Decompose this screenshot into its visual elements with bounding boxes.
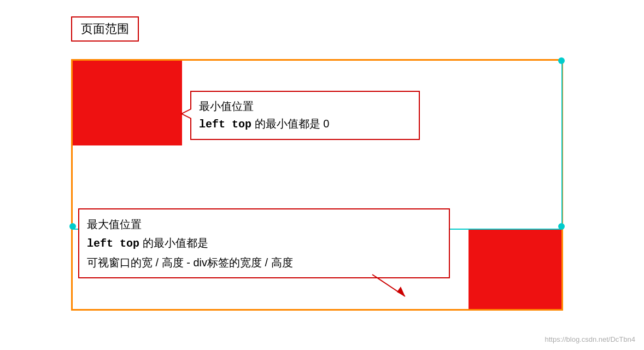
callout-maximum: 最大值位置 left top 的最小值都是 可视窗口的宽 / 高度 - div标… <box>78 208 450 278</box>
page-label: 页面范围 <box>71 16 139 42</box>
callout-top-line1: 最小值位置 <box>199 97 411 115</box>
callout-arrow <box>372 275 416 299</box>
callout-bottom-code: left top <box>87 237 139 250</box>
callout-top-code: left top <box>199 118 251 131</box>
outer-box: 最小值位置 left top 的最小值都是 0 最大值位置 left top 的… <box>71 59 563 311</box>
red-box-topleft <box>73 61 182 145</box>
callout-top-suffix: 的最小值都是 0 <box>251 118 329 130</box>
dot-bottom-left <box>69 223 76 230</box>
cyan-line-vertical <box>561 61 563 230</box>
svg-marker-1 <box>397 287 405 296</box>
callout-minimum: 最小值位置 left top 的最小值都是 0 <box>190 91 420 140</box>
red-box-bottomright <box>469 230 561 309</box>
callout-bottom-line2: left top 的最小值都是 <box>87 234 441 253</box>
callout-bottom-line1: 最大值位置 <box>87 215 441 234</box>
callout-bottom-line3: 可视窗口的宽 / 高度 - div标签的宽度 / 高度 <box>87 253 441 272</box>
watermark: https://blog.csdn.net/DcTbn4 <box>545 335 635 343</box>
callout-top-line2: left top 的最小值都是 0 <box>199 115 411 133</box>
callout-bottom-suffix: 的最小值都是 <box>139 237 208 249</box>
